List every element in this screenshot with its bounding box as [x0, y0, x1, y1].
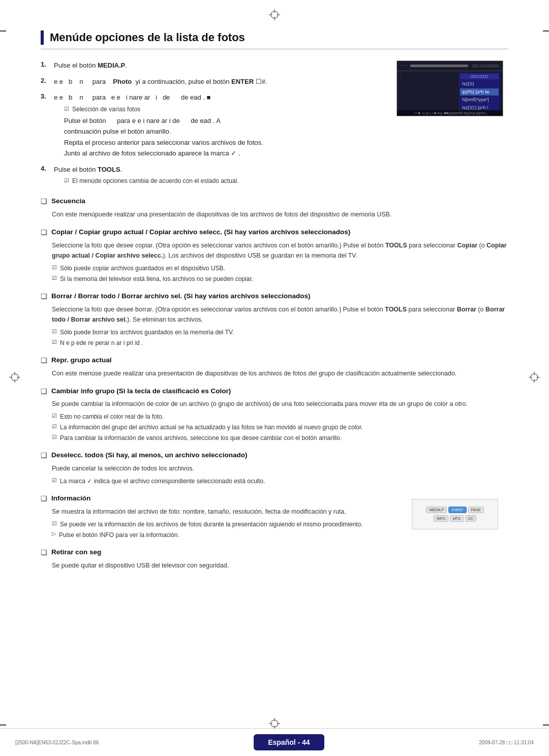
section-secuencia: ❑ Secuencia Con este menúpuede realizar … [41, 197, 508, 219]
section-repr-body: Con este menúse puede realizar una prese… [52, 368, 508, 379]
section-copiar-note-1: ☑ Sólo puede copiar archivos guardados e… [52, 264, 508, 273]
note-sym-cam1: ☑ [52, 413, 57, 421]
note-body-b2: N e p ede re perar n ar i pri id . [60, 338, 143, 348]
step-4: 4. Pulse el botón TOOLS. ☑ El menúde opc… [41, 165, 386, 188]
main-content: Menúde opciones de la lista de fotos 1. … [0, 0, 549, 629]
step-4-text: Pulse el botón TOOLS. [54, 165, 386, 175]
note-sym-c1: ☑ [52, 264, 57, 273]
checkbox-icon-secuencia: ❑ [41, 197, 47, 205]
step-4-note-text: El menúde opciones cambia de acuerdo con… [72, 176, 239, 185]
section-retirar-heading: Retirar con seg [51, 548, 101, 557]
note-body-c2: Si la memoria del televisor está llena, … [60, 274, 253, 284]
screen-header-line [410, 65, 468, 67]
note-body-d1: La marca ✓ indica que el archivo corresp… [60, 477, 265, 486]
section-borrar-note-2: ☑ N e p ede re perar n ar i pri id . [52, 338, 508, 348]
checkbox-icon-repr: ❑ [41, 356, 47, 364]
step-3-number: 3. [41, 92, 50, 161]
step-3-content: e e b n para e e i nare ar i de de ead .… [54, 92, 386, 161]
section-secuencia-heading: Secuencia [51, 197, 85, 206]
step-1-text: Pulse el botón MEDIA.P. [54, 60, 386, 71]
section-copiar-heading: Copiar / Copiar grupo actual / Copiar ar… [51, 228, 350, 237]
note-body-i1: Se puede ver la información de los archi… [60, 520, 363, 529]
right-mark-top [543, 30, 549, 32]
section-retirar-title: ❑ Retirar con seg [41, 548, 412, 557]
section-retirar-body: Se puede quitar el dispositivo USB del t… [52, 560, 412, 571]
section-deselecc-body: Puede cancelar la selección de todos los… [52, 463, 508, 474]
screen-header-text: ·· ·· [401, 64, 406, 68]
checkbox-icon-copiar: ❑ [41, 228, 47, 236]
note-sym-cam2: ☑ [52, 423, 57, 432]
footer-right: 2009-07-28 □□ 11:31:04 [479, 740, 534, 745]
note-sym-cam3: ☑ [52, 434, 57, 443]
section-cambiar-title: ❑ Cambiar info grupo (Si la tecla de cla… [41, 387, 508, 396]
section-info-title: ❑ Información [41, 494, 412, 503]
section-repr: ❑ Repr. grupo actual Con este menúse pue… [41, 356, 508, 379]
section-borrar-note-1: ☑ Sólo puede borrar los archivos guardad… [52, 328, 508, 337]
step-3-sub: Pulse el botón para e e i nare ar i de d… [64, 116, 386, 126]
checkbox-icon-info: ❑ [41, 494, 47, 502]
left-crosshair [9, 372, 20, 385]
screen-bottom-bar: ··× ■ ○(-(z-( ı ■ nıyı ■■çwpwn83·8p)|ıtı… [397, 110, 503, 116]
section-secuencia-title: ❑ Secuencia [41, 197, 508, 206]
step-1: 1. Pulse el botón MEDIA.P. [41, 60, 386, 73]
section-secuencia-body: Con este menúpuede realizar una presenta… [52, 209, 508, 219]
section-deselecc: ❑ Deselecc. todos (Si hay, al menos, un … [41, 451, 508, 486]
remote-btn-mediap: MEDIA.P [426, 507, 447, 513]
remote-btn-info: INFO [434, 515, 448, 522]
section-borrar: ❑ Borrar / Borrar todo / Borrar archivo … [41, 292, 508, 348]
note-sym-d1: ☑ [52, 477, 57, 486]
section-info-body: Se muestra la información del archivo de… [52, 507, 412, 517]
info-remote-area: ❑ Información Se muestra la información … [41, 494, 508, 579]
step-3-rep: Repita el proceso anterior para seleccio… [64, 138, 386, 148]
note-body-cam1: Esto no cambia el color real de la foto. [60, 412, 164, 421]
checkbox-icon-retirar: ❑ [41, 548, 47, 556]
screen-header-right: □□□ □□□□□□□□□ [472, 64, 499, 68]
right-crosshair [529, 372, 540, 385]
note-sym-b2: ☑ [52, 339, 57, 348]
sections-container: ❑ Secuencia Con este menúpuede realizar … [41, 197, 508, 579]
section-deselecc-title: ❑ Deselecc. todos (Si hay, al menos, un … [41, 451, 508, 460]
checkbox-icon-deselecc: ❑ [41, 451, 47, 459]
footer: [2500-NA]EN63-02J22C-Spa.indb 66 Español… [0, 728, 549, 756]
step-4-content: Pulse el botón TOOLS. ☑ El menúde opcion… [54, 165, 386, 188]
p-icon: ▷ [52, 530, 56, 540]
section-copiar: ❑ Copiar / Copiar grupo actual / Copiar … [41, 228, 508, 284]
note-sym-i1: ☑ [52, 520, 57, 529]
section-copiar-note-2: ☑ Si la memoria del televisor está llena… [52, 274, 508, 284]
page-container: Menúde opciones de la lista de fotos 1. … [0, 0, 549, 756]
section-copiar-title: ❑ Copiar / Copiar grupo actual / Copiar … [41, 228, 508, 237]
screen-preview-top: ·· ·· □□□ □□□□□□□□□ : □□□ □□□□ N2(S) ip(… [396, 60, 503, 116]
step-1-content: Pulse el botón MEDIA.P. [54, 60, 386, 73]
note-sym-c2: ☑ [52, 275, 57, 284]
section-info-left: ❑ Información Se muestra la información … [41, 494, 412, 579]
section-repr-title: ❑ Repr. grupo actual [41, 356, 508, 365]
remote-btn-page: PAGE [468, 507, 484, 513]
section-cambiar-note-2: ☑ La información del grupo del archivo a… [52, 423, 508, 432]
step-1-number: 1. [41, 60, 50, 73]
remote-row-1: MEDIA.P NTENT PAGE [426, 507, 483, 513]
screen-body: : □□□ □□□□ N2(S) ip(Pb) [a*h lw N[emll)*… [397, 71, 503, 116]
step-2-content: e e b n para Photo yi a continuación, pu… [54, 77, 386, 89]
right-mark-bottom [543, 724, 549, 726]
note-body-b1: Sólo puede borrar los archivos guardados… [60, 328, 234, 337]
note-icon-4: ☑ [64, 177, 69, 185]
screen-header: ·· ·· □□□ □□□□□□□□□ [397, 61, 503, 71]
step-4-number: 4. [41, 165, 50, 188]
note-body-pnote: Pulse el botón INFO para ver la informac… [59, 530, 179, 540]
remote-btn-mts: MTS [450, 515, 464, 522]
title-bar-accent [41, 30, 44, 45]
screen-col-text: : [400, 73, 456, 76]
footer-left: [2500-NA]EN63-02J22C-Spa.indb 66 [15, 740, 99, 745]
step-3-note1: ☑ Selección de varías fotos [64, 105, 386, 114]
note-sym-b1: ☑ [52, 328, 57, 337]
section-cambiar-heading: Cambiar info grupo (Si la tecla de clasi… [51, 387, 231, 396]
note-body-c1: Sólo puede copiar archivos guardados en … [60, 264, 225, 273]
section-borrar-title: ❑ Borrar / Borrar todo / Borrar archivo … [41, 292, 508, 301]
remote-btn-cc: CC [465, 515, 476, 522]
screen-menu-title: □□□ □□□□ [460, 74, 499, 79]
step-2-text: e e b n para Photo yi a continuación, pu… [54, 77, 386, 87]
section-informacion: ❑ Información Se muestra la información … [41, 494, 412, 540]
section-retirar: ❑ Retirar con seg Se puede quitar el dis… [41, 548, 412, 571]
left-mark-top [0, 30, 6, 32]
remote-preview: MEDIA.P NTENT PAGE INFO MTS CC [412, 499, 498, 529]
